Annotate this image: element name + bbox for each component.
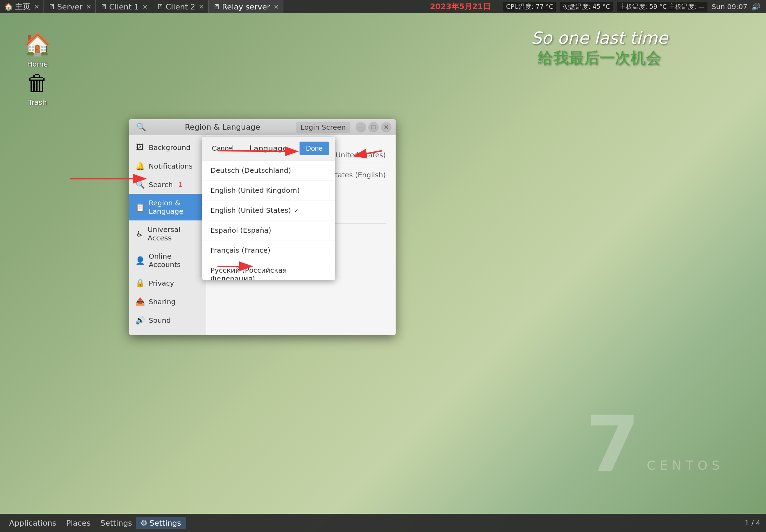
settings-taskbar-label: Settings bbox=[149, 519, 181, 527]
sharing-icon: 📤 bbox=[135, 297, 145, 306]
volume-icon[interactable]: 🔊 bbox=[752, 2, 760, 11]
sidebar-item-universal[interactable]: ♿ Universal Access bbox=[129, 220, 206, 247]
home-folder-icon: 🏠 bbox=[23, 32, 52, 58]
lang-item-deutsch[interactable]: Deutsch (Deutschland) bbox=[202, 161, 335, 180]
sound-icon: 🔊 bbox=[135, 316, 145, 325]
lang-item-en-us-label: English (United States) bbox=[210, 206, 291, 214]
tab-client2-close[interactable]: ✕ bbox=[199, 3, 204, 11]
sidebar-item-online[interactable]: 👤 Online Accounts bbox=[129, 247, 206, 274]
centos-number: 7 bbox=[586, 406, 640, 483]
titlebar-search-button[interactable]: 🔍 bbox=[133, 120, 149, 135]
lang-item-en-uk[interactable]: English (United Kingdom) bbox=[202, 180, 335, 200]
places-menu[interactable]: Places bbox=[62, 517, 94, 529]
sidebar-item-privacy[interactable]: 🔒 Privacy bbox=[129, 274, 206, 292]
centos-text: CENTOS bbox=[647, 458, 724, 472]
tab-server[interactable]: 🖥 Server ✕ bbox=[44, 0, 96, 13]
sidebar-label-privacy: Privacy bbox=[149, 279, 174, 287]
sidebar-item-power[interactable]: ⚡ Power bbox=[129, 329, 206, 335]
window-title: Region & Language bbox=[152, 123, 294, 131]
tab-client1[interactable]: 🖥 Client 1 ✕ bbox=[96, 0, 152, 13]
power-icon: ⚡ bbox=[135, 334, 145, 335]
home-tab-icon: 🏠 bbox=[4, 2, 13, 11]
watermark-en: So one last time bbox=[531, 28, 668, 48]
system-settings-menu[interactable]: Settings bbox=[97, 517, 135, 529]
tab-server-close[interactable]: ✕ bbox=[86, 3, 91, 11]
sidebar-label-sharing: Sharing bbox=[149, 298, 176, 306]
desktop: 🏠 主页 ✕ 🖥 Server ✕ 🖥 Client 1 ✕ 🖥 Client … bbox=[0, 0, 766, 532]
taskbar-bottom-left: Applications Places Settings bbox=[6, 517, 136, 529]
maximize-button[interactable]: □ bbox=[368, 122, 379, 132]
language-dialog: Cancel Language Done Deutsch (Deutschlan… bbox=[202, 137, 335, 280]
window-controls: ─ □ ✕ bbox=[356, 122, 391, 132]
sidebar-label-power: Power bbox=[149, 335, 170, 335]
disk-temp: 硬盘温度: 45 °C bbox=[560, 2, 613, 12]
sidebar-item-region[interactable]: 📋 Region & Language bbox=[129, 194, 206, 220]
language-dialog-title: Language bbox=[237, 144, 300, 153]
sidebar-label-universal: Universal Access bbox=[148, 225, 200, 242]
centos-mark: 7 CENTOS bbox=[586, 406, 724, 483]
sidebar-label-region: Region & Language bbox=[149, 199, 200, 216]
language-dialog-header: Cancel Language Done bbox=[202, 137, 335, 161]
taskbar-right: CPU温度: 77 °C 硬盘温度: 45 °C 主板温度: 59 °C 主板温… bbox=[498, 2, 766, 12]
desktop-icon-trash[interactable]: 🗑 Trash bbox=[18, 70, 57, 107]
tab-relay-close[interactable]: ✕ bbox=[274, 3, 279, 11]
tab-home-close[interactable]: ✕ bbox=[34, 3, 39, 11]
applications-menu[interactable]: Applications bbox=[6, 517, 60, 529]
lang-item-francais-label: Français (France) bbox=[210, 246, 270, 254]
background-icon: 🖼 bbox=[135, 143, 145, 152]
lang-item-deutsch-label: Deutsch (Deutschland) bbox=[210, 166, 291, 175]
sidebar-item-sharing[interactable]: 📤 Sharing bbox=[129, 292, 206, 311]
trash-icon: 🗑 bbox=[26, 70, 49, 96]
sidebar-label-background: Background bbox=[149, 143, 190, 152]
settings-taskbar-button[interactable]: ⚙ Settings bbox=[136, 517, 186, 529]
tab-client2[interactable]: 🖥 Client 2 ✕ bbox=[152, 0, 209, 13]
tab-server-label: Server bbox=[57, 2, 82, 11]
search-nav-icon: 🔍 bbox=[135, 180, 145, 189]
lang-item-russian[interactable]: Русский (Российская Федерация) bbox=[202, 260, 335, 280]
tab-home[interactable]: 🏠 主页 ✕ bbox=[0, 0, 44, 13]
lang-item-espanol[interactable]: Español (España) bbox=[202, 220, 335, 240]
minimize-button[interactable]: ─ bbox=[356, 122, 366, 132]
home-icon-label: Home bbox=[27, 60, 48, 68]
taskbar-bottom: Applications Places Settings ⚙ Settings … bbox=[0, 514, 766, 532]
lang-selected-check: ✓ bbox=[294, 207, 299, 214]
window-titlebar: 🔍 Region & Language Login Screen ─ □ ✕ bbox=[129, 119, 396, 135]
sidebar-label-sound: Sound bbox=[149, 316, 171, 325]
search-badge: 1 bbox=[179, 181, 182, 188]
language-done-button[interactable]: Done bbox=[300, 142, 329, 155]
language-list: Deutsch (Deutschland) English (United Ki… bbox=[202, 161, 335, 280]
sidebar-label-search: Search bbox=[149, 180, 173, 189]
watermark: So one last time 给我最后一次机会 bbox=[531, 28, 668, 68]
login-screen-button[interactable]: Login Screen bbox=[296, 122, 350, 133]
tab-home-label: 主页 bbox=[15, 1, 31, 12]
time-display: Sun 09:07 bbox=[712, 2, 747, 11]
taskbar-top: 🏠 主页 ✕ 🖥 Server ✕ 🖥 Client 1 ✕ 🖥 Client … bbox=[0, 0, 766, 13]
watermark-zh: 给我最后一次机会 bbox=[531, 48, 668, 68]
sidebar-item-background[interactable]: 🖼 Background bbox=[129, 138, 206, 157]
privacy-icon: 🔒 bbox=[135, 279, 145, 287]
lang-item-en-us[interactable]: English (United States) ✓ bbox=[202, 200, 335, 220]
settings-taskbar-icon: ⚙ bbox=[141, 519, 148, 527]
client2-tab-icon: 🖥 bbox=[156, 2, 163, 11]
tab-client1-close[interactable]: ✕ bbox=[142, 3, 148, 11]
lang-item-francais[interactable]: Français (France) bbox=[202, 240, 335, 260]
region-icon: 📋 bbox=[135, 203, 145, 212]
client1-tab-icon: 🖥 bbox=[100, 2, 107, 11]
server-tab-icon: 🖥 bbox=[48, 2, 55, 11]
taskbar-date: 2023年5月21日 bbox=[423, 1, 498, 12]
sidebar-label-notifications: Notifications bbox=[149, 162, 193, 170]
universal-access-icon: ♿ bbox=[135, 230, 143, 238]
sidebar-item-sound[interactable]: 🔊 Sound bbox=[129, 311, 206, 329]
lang-item-en-uk-label: English (United Kingdom) bbox=[210, 186, 300, 195]
language-cancel-button[interactable]: Cancel bbox=[208, 142, 237, 155]
tab-client2-label: Client 2 bbox=[166, 2, 195, 11]
desktop-icon-home[interactable]: 🏠 Home bbox=[18, 32, 57, 68]
online-accounts-icon: 👤 bbox=[135, 256, 145, 265]
taskbar-tabs: 🏠 主页 ✕ 🖥 Server ✕ 🖥 Client 1 ✕ 🖥 Client … bbox=[0, 0, 423, 13]
close-button[interactable]: ✕ bbox=[381, 122, 391, 132]
page-info: 1 / 4 bbox=[745, 519, 760, 527]
sidebar-item-notifications[interactable]: 🔔 Notifications bbox=[129, 157, 206, 175]
sidebar-item-search[interactable]: 🔍 Search 1 bbox=[129, 175, 206, 194]
cpu-temp: CPU温度: 77 °C bbox=[503, 2, 556, 12]
tab-relay[interactable]: 🖥 Relay server ✕ bbox=[209, 0, 283, 13]
